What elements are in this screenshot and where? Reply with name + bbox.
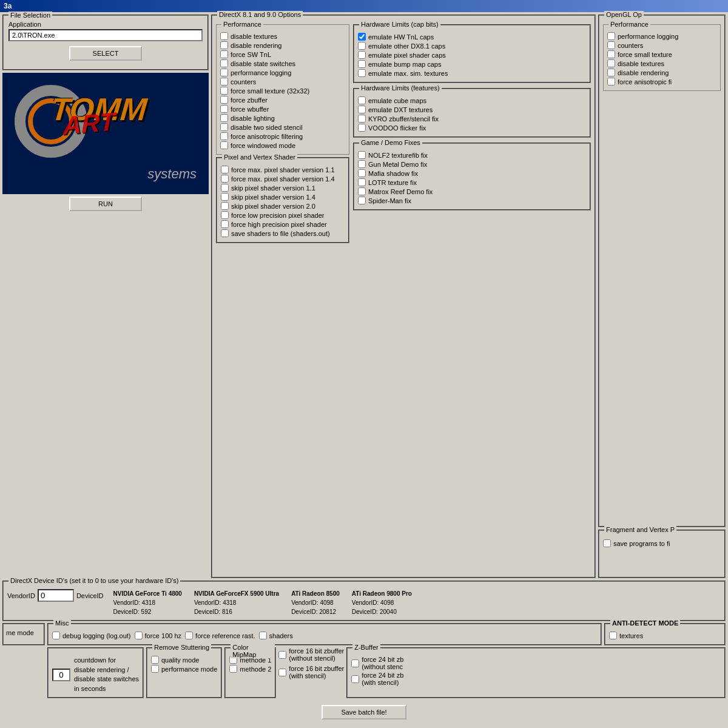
opengl-item: disable textures [607,59,716,67]
game-fix-checkbox[interactable] [358,197,366,204]
fragment-title: Fragment and Vertex P [604,526,676,533]
hw-feat-checkbox[interactable] [358,124,366,132]
pixel-checkbox[interactable] [221,175,229,183]
perf-checkbox[interactable] [220,32,228,40]
pixel-checkbox[interactable] [221,229,229,237]
force-24-without-checkbox[interactable] [351,659,359,667]
game-fix-checkbox[interactable] [358,151,366,159]
pixel-checkbox[interactable] [221,220,229,228]
select-button[interactable]: SELECT [69,46,142,61]
perf-item: force zbuffer [220,96,345,104]
misc-debug-checkbox[interactable] [52,632,60,639]
opengl-checkbox[interactable] [607,32,615,40]
hw-cap-checkbox[interactable] [358,60,366,68]
opengl-item: disable rendering [607,69,716,76]
perf-label: disable state switches [231,60,295,67]
hw-cap-checkbox[interactable] [358,42,366,50]
perf-checkbox[interactable] [220,114,228,122]
opengl-checkbox[interactable] [607,50,615,58]
hw-cap-label: emulate other DX8.1 caps [368,42,445,50]
hw-cap-checkbox[interactable] [358,33,366,41]
countdown-input[interactable] [52,669,70,681]
perf-checkbox[interactable] [220,69,228,76]
perf-checkbox[interactable] [220,59,228,67]
perf-label: disable lighting [231,115,275,122]
perf-checkbox[interactable] [220,132,228,140]
pixel-label: force high precision pixel shader [231,221,327,228]
hw-feat-label: VOODOO flicker fix [368,124,426,132]
misc-items: debug logging (log.out) force 100 hz for… [52,632,597,639]
perf-checkbox[interactable] [220,78,228,86]
hw-feat-checkbox[interactable] [358,115,366,123]
opengl-checkbox[interactable] [607,59,615,67]
hw-feat-checkbox[interactable] [358,106,366,113]
perf-checkbox[interactable] [220,41,228,49]
zbuffer-group: Z-Buffer force 24 bit zb(without stenc f… [346,647,726,698]
force-zbuffer-area: force 16 bit zbuffer(without stencil) [278,647,344,663]
misc-shaders-checkbox[interactable] [259,632,267,639]
quality-mode-checkbox[interactable] [151,656,159,664]
pixel-item: skip pixel shader version 1.4 [221,193,345,201]
performance-items: disable texturesdisable renderingforce S… [220,32,345,149]
run-button[interactable]: RUN [69,197,142,211]
device-card: NVIDIA GeForce Ti 4800VendorID: 4318Devi… [113,589,182,616]
device-cards: NVIDIA GeForce Ti 4800VendorID: 4318Devi… [113,589,412,616]
perf-checkbox[interactable] [220,96,228,104]
perf-checkbox[interactable] [220,87,228,95]
device-card: ATi Radeon 8500VendorID: 4098DeviceID: 2… [291,589,340,616]
game-fix-label: Spider-Man fix [368,197,411,204]
pixel-checkbox[interactable] [221,202,229,210]
perf-item: force anisotropic filtering [220,132,345,140]
game-fix-item: Matrox Reef Demo fix [358,187,586,195]
performance-mode-label: performance mode [161,666,217,673]
perf-checkbox[interactable] [220,141,228,149]
opengl-checkbox[interactable] [607,41,615,49]
hw-cap-item: emulate HW TnL caps [358,33,586,41]
game-mode-label: me mode [6,629,34,636]
force-24-with-checkbox[interactable] [351,675,359,683]
misc-ref-checkbox[interactable] [185,632,193,639]
device-card: ATi Radeon 9800 ProVendorID: 4098DeviceI… [352,589,412,616]
opengl-title: OpenGL Op [604,11,644,18]
opengl-checkbox[interactable] [607,78,615,86]
force-16-with-checkbox[interactable] [278,669,286,676]
hw-cap-checkbox[interactable] [358,69,366,77]
perf-label: force windowed mode [231,142,295,149]
hw-feat-label: KYRO zbuffer/stencil fix [368,115,439,123]
opengl-label: counters [618,42,643,49]
game-fix-item: NOLF2 texturefib fix [358,151,586,159]
opengl-perf-title: Performance [608,21,650,28]
game-fix-label: LOTR texture fix [368,179,417,186]
right-columns: Hardware Limits (cap bits) emulate HW Tn… [353,24,591,573]
anti-detect-textures-checkbox[interactable] [609,632,617,639]
force-24-without: force 24 bit zb(without stenc [351,656,721,670]
performance-title: Performance [221,21,263,28]
game-fix-checkbox[interactable] [358,178,366,186]
opengl-checkbox[interactable] [607,69,615,76]
perf-label: performance logging [231,69,291,76]
pixel-checkbox[interactable] [221,193,229,201]
color-mipmap-2-checkbox[interactable] [229,665,237,673]
perf-checkbox[interactable] [220,105,228,113]
logo-area: TOMM ART systems [2,73,209,194]
pixel-label: force low precision pixel shader [231,212,324,219]
device-label: DeviceID [76,592,104,599]
hw-cap-checkbox[interactable] [358,51,366,59]
pixel-item: save shaders to file (shaders.out) [221,229,345,237]
fragment-checkbox[interactable] [603,539,611,547]
perf-checkbox[interactable] [220,50,228,58]
performance-mode-checkbox[interactable] [151,665,159,673]
game-fix-checkbox[interactable] [358,187,366,195]
force-16-without-checkbox[interactable] [278,651,286,659]
misc-100hz-checkbox[interactable] [135,632,143,639]
pixel-checkbox[interactable] [221,166,229,174]
hw-feat-checkbox[interactable] [358,96,366,104]
save-batch-button[interactable]: Save batch file! [322,705,406,720]
perf-checkbox[interactable] [220,123,228,131]
opengl-item: force small texture [607,50,716,58]
vendor-input[interactable] [38,589,74,602]
pixel-checkbox[interactable] [221,211,229,219]
game-fix-checkbox[interactable] [358,160,366,168]
pixel-checkbox[interactable] [221,184,229,192]
game-fix-checkbox[interactable] [358,169,366,177]
